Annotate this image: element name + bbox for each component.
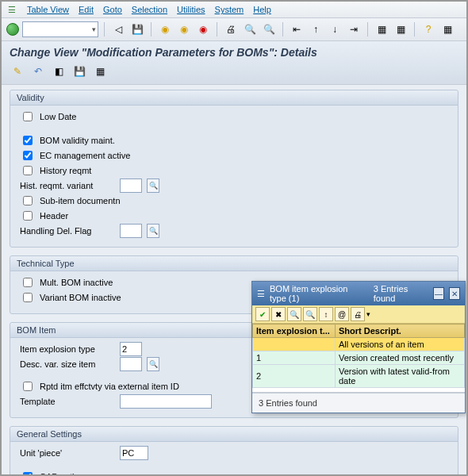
explosion-type-field[interactable] bbox=[120, 342, 142, 356]
ec-mgmt-label: EC management active bbox=[40, 151, 130, 160]
new-session-icon[interactable]: ▦ bbox=[374, 21, 389, 37]
sub-item-label: Sub-item documentn bbox=[40, 196, 121, 205]
change-icon[interactable]: ✎ bbox=[10, 63, 25, 79]
hist-variant-field[interactable] bbox=[120, 178, 142, 193]
header-checkbox[interactable] bbox=[23, 211, 33, 221]
popup-titlebar: ☰ BOM item explosion type (1) 3 Entries … bbox=[252, 282, 465, 305]
sub-item-checkbox[interactable] bbox=[23, 196, 33, 205]
page-title: Change View "Modification Parameters for… bbox=[10, 46, 458, 59]
general-group: General Settings Unit 'piece' CAD active bbox=[10, 426, 458, 476]
popup-row[interactable]: 1Version created most recently bbox=[253, 351, 465, 365]
desc-var-label: Desc. var. size item bbox=[20, 359, 115, 369]
menu-bar: ☰ Table View Edit Goto Selection Utiliti… bbox=[2, 2, 466, 18]
menu-selection[interactable]: Selection bbox=[132, 5, 167, 14]
other-entry-icon[interactable]: ◧ bbox=[51, 63, 67, 79]
menu-edit[interactable]: Edit bbox=[79, 5, 94, 14]
first-page-icon[interactable]: ⇤ bbox=[289, 21, 305, 37]
history-reqmt-label: History reqmt bbox=[40, 166, 91, 175]
next-page-icon[interactable]: ↓ bbox=[327, 21, 343, 37]
validity-group: Validity Low Date BOM validity maint. EC… bbox=[10, 90, 458, 248]
general-header: General Settings bbox=[10, 427, 458, 442]
menu-help[interactable]: Help bbox=[253, 5, 271, 14]
menu-goto[interactable]: Goto bbox=[103, 5, 122, 14]
hist-variant-label: Hist. reqmt. variant bbox=[20, 181, 115, 190]
popup-close-icon[interactable]: ✕ bbox=[449, 287, 460, 300]
validity-header: Validity bbox=[10, 90, 458, 106]
popup-min-icon[interactable]: — bbox=[433, 287, 444, 300]
menu-system[interactable]: System bbox=[215, 5, 244, 14]
shortcut-icon[interactable]: ▦ bbox=[393, 21, 409, 37]
cad-checkbox[interactable] bbox=[23, 472, 33, 476]
popup-row[interactable]: All versions of an item bbox=[253, 338, 465, 351]
save-variant-icon[interactable]: 💾 bbox=[71, 63, 87, 79]
system-toolbar: ▾ ◁ 💾 ◉ ◉ ◉ 🖨 🔍 🔍 ⇤ ↑ ↓ ⇥ ▦ ▦ ? ▦ bbox=[2, 18, 466, 41]
popup-restrict-icon[interactable]: ✖ bbox=[271, 307, 286, 321]
help-icon[interactable]: ? bbox=[420, 21, 436, 37]
popup-export-icon[interactable]: 🖨 bbox=[351, 307, 365, 321]
title-area: Change View "Modification Parameters for… bbox=[2, 41, 466, 85]
rptd-checkbox[interactable] bbox=[23, 382, 33, 391]
low-date-label: Low Date bbox=[40, 112, 76, 121]
explosion-type-label: Item explosion type bbox=[20, 344, 115, 354]
cancel-icon[interactable]: ◉ bbox=[176, 21, 192, 37]
desc-var-field[interactable] bbox=[120, 357, 142, 371]
history-reqmt-checkbox[interactable] bbox=[23, 166, 33, 175]
layout-menu-icon[interactable]: ▦ bbox=[439, 21, 455, 37]
find-next-icon[interactable]: 🔍 bbox=[261, 21, 277, 37]
popup-title-text: BOM item explosion type (1) bbox=[270, 284, 364, 303]
find-icon[interactable]: 🔍 bbox=[242, 21, 258, 37]
popup-col2-header[interactable]: Short Descript. bbox=[336, 324, 465, 338]
mult-bom-label: Mult. BOM inactive bbox=[40, 278, 113, 287]
app-menu-icon[interactable]: ☰ bbox=[6, 4, 17, 15]
menu-utilities[interactable]: Utilities bbox=[177, 5, 205, 14]
desc-var-f4-icon[interactable]: 🔍 bbox=[147, 357, 159, 371]
close-icon[interactable]: ◉ bbox=[195, 21, 211, 37]
exit-icon[interactable]: ◉ bbox=[157, 21, 173, 37]
popup-status: 3 Entries found bbox=[252, 393, 465, 413]
popup-result-grid: Item explosion t... Short Descript. All … bbox=[252, 324, 465, 393]
tech-type-header: Technical Type bbox=[10, 256, 458, 271]
print-icon[interactable]: 🖨 bbox=[223, 21, 239, 37]
save-icon[interactable]: 💾 bbox=[129, 21, 145, 37]
ec-mgmt-checkbox[interactable] bbox=[23, 151, 33, 160]
variant-bom-label: Variant BOM inactive bbox=[40, 293, 121, 302]
unit-field[interactable] bbox=[120, 446, 148, 460]
undo-icon[interactable]: ↶ bbox=[30, 63, 46, 79]
transport-icon[interactable]: ▦ bbox=[92, 63, 108, 79]
popup-col1-header[interactable]: Item explosion t... bbox=[253, 324, 336, 338]
low-date-checkbox[interactable] bbox=[23, 112, 33, 121]
del-flag-label: Handling Del. Flag bbox=[20, 226, 115, 236]
cad-label: CAD active bbox=[40, 472, 83, 476]
unit-label: Unit 'piece' bbox=[20, 448, 115, 458]
value-help-popup: ☰ BOM item explosion type (1) 3 Entries … bbox=[251, 281, 466, 413]
enter-icon[interactable] bbox=[6, 23, 19, 36]
command-field[interactable]: ▾ bbox=[22, 21, 98, 37]
prev-page-icon[interactable]: ↑ bbox=[308, 21, 324, 37]
rptd-label: Rptd itm effctvty via external item ID bbox=[40, 382, 179, 391]
last-page-icon[interactable]: ⇥ bbox=[346, 21, 362, 37]
template-label: Template bbox=[20, 397, 115, 406]
header-label: Header bbox=[40, 211, 68, 221]
variant-bom-checkbox[interactable] bbox=[23, 293, 33, 302]
popup-count: 3 Entries found bbox=[374, 284, 424, 303]
bom-validity-label: BOM validity maint. bbox=[40, 136, 115, 145]
popup-more-icon[interactable]: ▾ bbox=[366, 310, 370, 318]
popup-accept-icon[interactable]: ✔ bbox=[255, 307, 270, 321]
template-field[interactable] bbox=[120, 394, 212, 409]
del-flag-field[interactable] bbox=[120, 224, 142, 238]
back-icon[interactable]: ◁ bbox=[110, 21, 126, 37]
popup-find-next-icon[interactable]: 🔍 bbox=[303, 307, 317, 321]
popup-find-icon[interactable]: 🔍 bbox=[287, 307, 301, 321]
popup-sort-icon[interactable]: ↕ bbox=[319, 307, 333, 321]
popup-row[interactable]: 2Version with latest valid-from date bbox=[253, 365, 465, 388]
menu-table-view[interactable]: Table View bbox=[27, 5, 69, 14]
popup-toolbar: ✔ ✖ 🔍 🔍 ↕ @ 🖨 ▾ bbox=[252, 305, 465, 324]
hist-variant-f4-icon[interactable]: 🔍 bbox=[147, 178, 159, 193]
del-flag-f4-icon[interactable]: 🔍 bbox=[147, 224, 159, 238]
bom-validity-checkbox[interactable] bbox=[23, 136, 33, 145]
popup-pers-icon[interactable]: @ bbox=[335, 307, 349, 321]
popup-app-icon: ☰ bbox=[257, 289, 265, 299]
mult-bom-checkbox[interactable] bbox=[23, 278, 33, 287]
